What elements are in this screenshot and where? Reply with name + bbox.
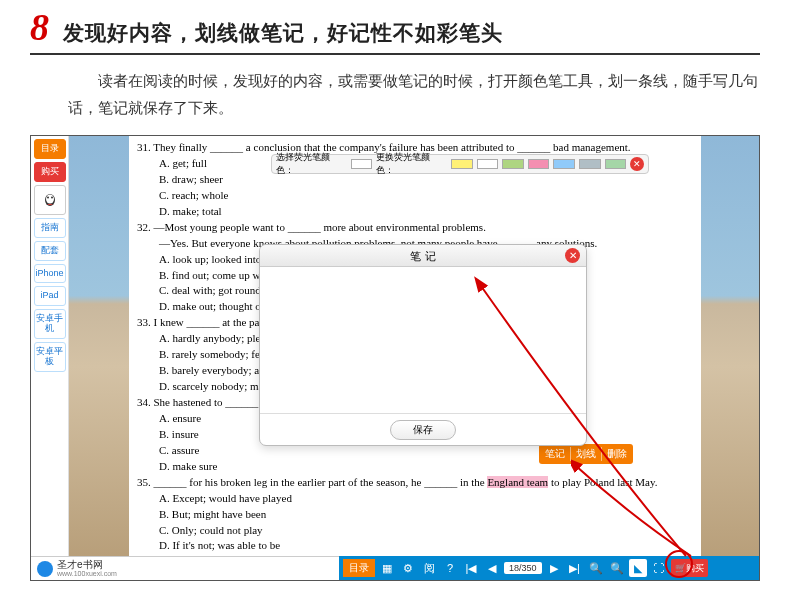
toc-button[interactable]: 目录 [343,559,375,577]
help-icon[interactable]: ? [441,559,459,577]
close-icon[interactable]: ✕ [565,248,580,263]
sidebar-android-tablet[interactable]: 安卓平板 [34,342,66,372]
option: B. But; might have been [137,507,693,523]
question-35: 35. ______ for his broken leg in the ear… [137,475,693,491]
option: A. Except; would have played [137,491,693,507]
note-dialog: 笔 记 ✕ 保存 [259,244,587,446]
sidebar-ipad[interactable]: iPad [34,286,66,306]
sidebar-qq-icon[interactable] [34,185,66,215]
left-sidebar: 目录 购买 指南 配套 iPhone iPad 安卓手机 安卓平板 [31,136,69,580]
buy-button[interactable]: 🛒购买 [671,559,708,577]
color-swatch[interactable] [351,159,373,169]
close-icon[interactable]: ✕ [630,157,644,171]
hl-label-select: 选择荧光笔颜色： [276,151,347,177]
prev-page-icon[interactable]: ◀ [483,559,501,577]
settings-icon[interactable]: ⚙ [399,559,417,577]
popup-delete[interactable]: 删除 [607,447,627,461]
color-swatch[interactable] [502,159,524,169]
question-32: 32. —Most young people want to ______ mo… [137,220,693,236]
next-page-icon[interactable]: ▶ [545,559,563,577]
note-textarea[interactable] [260,267,586,413]
zoom-in-icon[interactable]: 🔍 [587,559,605,577]
color-swatch[interactable] [451,159,473,169]
zoom-out-icon[interactable]: 🔍 [608,559,626,577]
feature-description: 读者在阅读的时候，发现好的内容，或需要做笔记的时候，打开颜色笔工具，划一条线，随… [30,55,760,131]
color-swatch[interactable] [477,159,499,169]
svg-point-1 [46,194,54,203]
sidebar-toc[interactable]: 目录 [34,139,66,159]
sidebar-android-phone[interactable]: 安卓手机 [34,309,66,339]
read-icon[interactable]: 阅 [420,559,438,577]
popup-note[interactable]: 笔记 [545,447,571,461]
first-page-icon[interactable]: |◀ [462,559,480,577]
option: C. Only; could not play [137,523,693,539]
fullscreen-icon[interactable]: ⛶ [650,559,668,577]
feature-number: 8 [30,8,49,46]
sidebar-buy[interactable]: 购买 [34,162,66,182]
bottom-toolbar: 圣才e书网 www.100xuexi.com 目录 ▦ ⚙ 阅 ? |◀ ◀ 1… [31,556,759,580]
page-indicator[interactable]: 18/350 [504,562,542,574]
highlighter-toolbar[interactable]: 选择荧光笔颜色： 更换荧光笔颜色： ✕ [271,154,649,174]
last-page-icon[interactable]: ▶| [566,559,584,577]
option: D. If it's not; was able to be [137,538,693,554]
highlighter-tool-icon[interactable]: ◣ [629,559,647,577]
grid-icon[interactable]: ▦ [378,559,396,577]
feature-title: 发现好内容，划线做笔记，好记性不如彩笔头 [63,19,503,47]
highlighted-text: England team [487,476,548,488]
svg-point-2 [47,196,49,198]
svg-point-3 [51,196,53,198]
popup-highlight[interactable]: 划线 [576,447,602,461]
option: D. make; total [137,204,693,220]
color-swatch[interactable] [528,159,550,169]
option: C. reach; whole [137,188,693,204]
screenshot-frame: 目录 购买 指南 配套 iPhone iPad 安卓手机 安卓平板 31. Th… [30,135,760,581]
save-button[interactable]: 保存 [390,420,456,440]
sidebar-companion[interactable]: 配套 [34,241,66,261]
sidebar-iphone[interactable]: iPhone [34,264,66,284]
hl-label-change: 更换荧光笔颜色： [376,151,447,177]
selection-popup: 笔记 划线 删除 [539,444,633,464]
brand-text: 圣才e书网 www.100xuexi.com [57,560,117,577]
brand-logo-icon [37,561,53,577]
color-swatch[interactable] [553,159,575,169]
sidebar-guide[interactable]: 指南 [34,218,66,238]
note-title: 笔 记 ✕ [260,245,586,267]
color-swatch[interactable] [605,159,627,169]
color-swatch[interactable] [579,159,601,169]
